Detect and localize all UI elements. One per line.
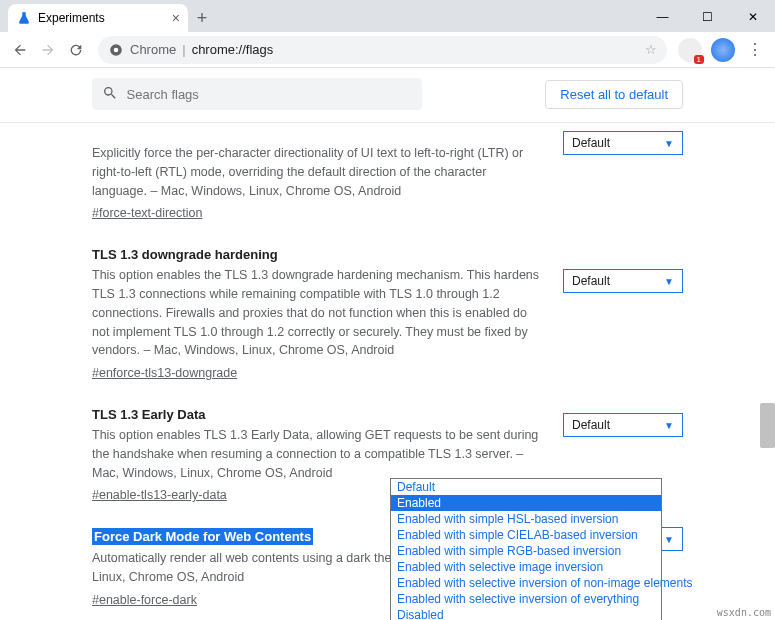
new-tab-button[interactable]: + [188,4,216,32]
dropdown-option[interactable]: Enabled with selective inversion of ever… [391,591,661,607]
watermark: wsxdn.com [717,607,771,618]
scrollbar-thumb[interactable] [760,403,775,448]
back-button[interactable] [6,36,34,64]
close-icon[interactable]: × [172,10,180,26]
svg-point-1 [114,47,119,52]
omnibox-origin: Chrome [130,42,176,57]
omnibox-url: chrome://flags [192,42,274,57]
flag-select[interactable]: Default▼ [563,269,683,293]
dropdown-option[interactable]: Enabled with simple HSL-based inversion [391,511,661,527]
extension-icon[interactable]: 1 [678,38,702,62]
menu-button[interactable]: ⋮ [741,36,769,64]
flag-anchor-link[interactable]: #enable-force-dark [92,593,197,607]
window-titlebar: Experiments × + — ☐ ✕ [0,0,775,32]
tab-title: Experiments [38,11,105,25]
search-icon [102,85,119,103]
reload-button[interactable] [62,36,90,64]
omnibox-separator: | [182,42,185,57]
maximize-button[interactable]: ☐ [685,2,730,32]
dropdown-option[interactable]: Enabled with selective inversion of non-… [391,575,661,591]
search-flags-box[interactable] [92,78,422,110]
minimize-button[interactable]: — [640,2,685,32]
dropdown-option[interactable]: Default [391,479,661,495]
dropdown-option[interactable]: Disabled [391,607,661,620]
flag-select[interactable]: Default▼ [563,413,683,437]
dropdown-option[interactable]: Enabled with simple CIELAB-based inversi… [391,527,661,543]
flag-select-value: Default [572,418,610,432]
flag-dropdown[interactable]: DefaultEnabledEnabled with simple HSL-ba… [390,478,662,620]
dropdown-option[interactable]: Enabled [391,495,661,511]
chevron-down-icon: ▼ [664,138,674,149]
flag-entry: TLS 1.3 downgrade hardeningThis option e… [92,231,683,391]
search-input[interactable] [127,87,412,102]
profile-avatar[interactable] [711,38,735,62]
browser-toolbar: Chrome | chrome://flags ☆ 1 ⋮ [0,32,775,68]
close-window-button[interactable]: ✕ [730,2,775,32]
bookmark-star-icon[interactable]: ☆ [645,42,657,57]
flag-anchor-link[interactable]: #force-text-direction [92,206,202,220]
window-controls: — ☐ ✕ [640,2,775,32]
chrome-icon [108,42,124,58]
dropdown-option[interactable]: Enabled with simple RGB-based inversion [391,543,661,559]
flag-entry: Force text directionExplicitly force the… [92,109,683,231]
reset-all-button[interactable]: Reset all to default [545,80,683,109]
chevron-down-icon: ▼ [664,534,674,545]
flag-select-value: Default [572,136,610,150]
flag-title: Force Dark Mode for Web Contents [92,528,313,545]
flag-title: TLS 1.3 Early Data [92,407,205,422]
flag-select-value: Default [572,274,610,288]
chevron-down-icon: ▼ [664,276,674,287]
flag-select[interactable]: Default▼ [563,131,683,155]
flag-anchor-link[interactable]: #enable-tls13-early-data [92,488,227,502]
address-bar[interactable]: Chrome | chrome://flags ☆ [98,36,667,64]
extension-badge: 1 [694,55,704,64]
dropdown-option[interactable]: Enabled with selective image inversion [391,559,661,575]
flask-icon [16,10,32,26]
browser-tab[interactable]: Experiments × [8,4,188,32]
flag-title: TLS 1.3 downgrade hardening [92,247,278,262]
chevron-down-icon: ▼ [664,420,674,431]
flag-anchor-link[interactable]: #enforce-tls13-downgrade [92,366,237,380]
forward-button[interactable] [34,36,62,64]
